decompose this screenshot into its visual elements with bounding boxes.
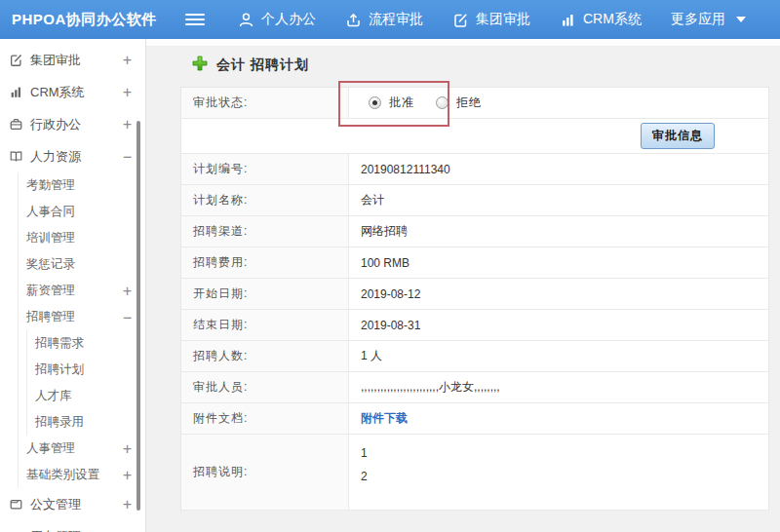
expand-plus-icon[interactable]: + [123,496,132,513]
description-line: 1 [361,446,368,460]
content-top-strip [146,39,780,47]
field-label: 招聘说明: [181,435,349,510]
menu-item-label: 流程审批 [369,11,423,28]
form-row-approvers: 审批人员: ,,,,,,,,,,,,,,,,,,,,,,,,小龙女,,,,,,,… [181,372,768,403]
form-row-actions: 审批信息 [181,119,768,154]
menu-personal-office[interactable]: 个人办公 [238,11,316,28]
topbar: PHPOA协同办公软件 个人办公 流程审批 集团审批 [0,0,780,39]
radio-approve[interactable]: 批准 [369,95,414,111]
field-label: 招聘费用: [181,247,349,278]
page-header: 会计 招聘计划 [146,47,780,87]
sidebar-item-recruit-demand[interactable]: 招聘需求 [27,330,145,357]
field-value: 2019-08-12 [349,279,768,309]
recruit-plan-form: 审批状态: 批准 拒绝 审批信息 [180,87,769,511]
approval-info-button[interactable]: 审批信息 [641,123,715,149]
sidebar-item-recruit-hire[interactable]: 招聘录用 [27,409,145,436]
sidebar-item-label: 人事合同 [26,204,75,220]
radio-label: 批准 [389,95,414,111]
expand-plus-icon[interactable]: + [123,440,132,458]
sidebar-item-admin-office[interactable]: 行政办公 + [0,108,145,140]
briefcase-icon [8,117,23,132]
form-row-plan-number: 计划编号: 20190812111340 [181,154,768,185]
form-row-description: 招聘说明: 1 2 [181,435,768,511]
sidebar-item-label: 用车管理 [30,528,81,532]
menu-process-approval[interactable]: 流程审批 [345,11,423,28]
sidebar-item-recruit-plan[interactable]: 招聘计划 [27,357,145,383]
recruit-submenu: 招聘需求 招聘计划 人才库 招聘录用 [26,330,145,436]
sidebar-item-recruit-mgmt[interactable]: 招聘管理 − [19,304,145,330]
sidebar-item-base-category[interactable]: 基础类别设置 + [19,462,145,488]
sidebar-item-training[interactable]: 培训管理 [19,225,145,251]
status-value-cell: 批准 拒绝 [349,88,768,118]
field-value: 会计 [349,185,768,215]
menu-more-apps[interactable]: 更多应用 [671,11,746,28]
form-row-headcount: 招聘人数: 1 人 [181,341,768,372]
menu-crm-system[interactable]: CRM系统 [560,11,642,28]
sidebar-item-label: 招聘录用 [35,414,84,431]
field-label: 结束日期: [181,310,349,340]
sidebar-item-label: 公文管理 [30,496,81,513]
field-value: 20190812111340 [349,154,768,184]
menu-item-label: CRM系统 [583,11,642,28]
menu-item-label: 个人办公 [261,11,316,28]
expand-plus-icon[interactable]: + [123,283,132,300]
page-title: 会计 招聘计划 [216,57,309,74]
form-row-channel: 招聘渠道: 网络招聘 [181,216,768,247]
expand-plus-icon[interactable]: + [123,52,132,69]
form-row-plan-name: 计划名称: 会计 [181,185,768,216]
field-label: 审批人员: [181,372,349,402]
compose-icon [452,12,469,28]
main-content: 会计 招聘计划 审批状态: 批准 拒绝 [146,39,780,532]
hamburger-menu-icon[interactable] [185,14,205,25]
menu-group-approval[interactable]: 集团审批 [452,11,530,28]
sidebar-item-salary[interactable]: 薪资管理 + [19,278,145,304]
user-icon [238,12,254,28]
bar-chart-icon [560,12,576,28]
collapse-minus-icon[interactable]: − [123,309,132,326]
radio-reject[interactable]: 拒绝 [436,95,482,111]
sidebar-item-label: 行政办公 [30,116,81,133]
attachment-download-link[interactable]: 附件下载 [361,410,408,427]
sidebar-item-hr-contract[interactable]: 人事合同 [19,199,145,225]
expand-plus-icon[interactable]: + [123,84,132,101]
attachment-value-cell: 附件下载 [349,403,768,434]
sidebar-item-label: 集团审批 [30,52,81,69]
sidebar-item-label: 招聘计划 [35,361,84,378]
sidebar-item-group-approval[interactable]: 集团审批 + [0,44,145,76]
description-line: 2 [361,470,368,483]
form-row-cost: 招聘费用: 100 RMB [181,247,768,279]
menu-item-label: 更多应用 [671,11,725,28]
field-label: 招聘渠道: [181,216,349,247]
sidebar-scrollbar-thumb[interactable] [136,121,140,511]
collapse-minus-icon[interactable]: − [123,148,132,166]
expand-plus-icon[interactable]: + [123,116,132,133]
field-value: 100 RMB [349,247,768,278]
sidebar-item-label: 培训管理 [26,230,75,247]
field-value: 1 人 [349,341,768,371]
sidebar-item-label: CRM系统 [30,84,85,101]
sidebar-item-label: 招聘需求 [35,335,84,352]
sidebar-item-label: 奖惩记录 [26,256,75,273]
add-plus-icon[interactable] [192,56,208,75]
caret-down-icon [736,17,746,22]
sidebar-item-rewards[interactable]: 奖惩记录 [19,251,145,278]
field-value: 网络招聘 [349,216,768,247]
field-value: 2019-08-31 [349,310,768,340]
sidebar-item-vehicle[interactable]: 用车管理 + [0,520,145,532]
hr-submenu: 考勤管理 人事合同 培训管理 奖惩记录 薪资管理 + 招聘管理 − 招聘需求 [18,172,145,488]
expand-plus-icon[interactable]: + [123,467,132,484]
sidebar-item-label: 人才库 [35,388,72,404]
expand-plus-icon[interactable]: + [123,528,132,532]
radio-label: 拒绝 [456,95,482,111]
sidebar-item-hr[interactable]: 人力资源 − [0,140,145,172]
sidebar-item-attendance[interactable]: 考勤管理 [19,172,145,199]
radio-unselected-icon[interactable] [436,96,448,109]
sidebar-item-talent-pool[interactable]: 人才库 [27,383,145,409]
sidebar-item-crm[interactable]: CRM系统 + [0,76,145,108]
menu-item-label: 集团审批 [476,11,530,28]
compose-icon [8,53,23,67]
radio-selected-icon[interactable] [369,96,381,109]
app-logo: PHPOA协同办公软件 [0,11,185,29]
sidebar-item-personnel-mgmt[interactable]: 人事管理 + [19,436,145,462]
sidebar-item-documents[interactable]: 公文管理 + [0,488,145,520]
